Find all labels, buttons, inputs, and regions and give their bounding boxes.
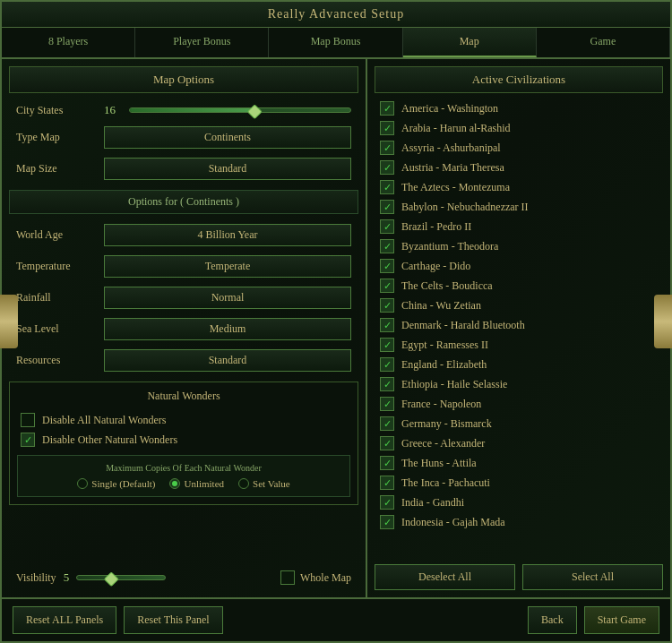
civ-name: Carthage - Dido [401, 260, 470, 273]
civ-name: India - Gandhi [401, 496, 464, 510]
civ-item: Germany - Bismarck [375, 414, 663, 433]
civ-checkbox[interactable] [380, 397, 394, 411]
civ-item: France - Napoleon [375, 394, 663, 414]
visibility-value: 5 [64, 570, 70, 585]
civ-checkbox[interactable] [380, 239, 394, 253]
title-bar: Really Advanced Setup [2, 2, 670, 28]
disable-all-label: Disable All Natural Wonders [42, 414, 166, 427]
civ-item: The Aztecs - Montezuma [375, 177, 663, 197]
map-type-label: Type Map [16, 131, 97, 144]
civ-name: Egypt - Ramesses II [401, 339, 488, 352]
civ-checkbox[interactable] [380, 357, 394, 372]
deselect-all-button[interactable]: Deselect All [375, 564, 515, 590]
world-age-dropdown[interactable]: 4 Billion Year [104, 224, 351, 246]
civ-name: Indonesia - Gajah Mada [401, 516, 505, 529]
civ-checkbox[interactable] [380, 141, 394, 155]
temperature-control: Temperate [104, 255, 351, 278]
visibility-row: Visibility 5 Whole Map [9, 565, 358, 590]
civ-checkbox[interactable] [380, 121, 394, 135]
sea-level-control: Medium [104, 318, 351, 340]
civ-item: Indonesia - Gajah Mada [375, 512, 663, 532]
disable-other-label: Disable Other Natural Wonders [42, 433, 177, 447]
whole-map-checkbox[interactable] [280, 570, 295, 585]
tab-map-bonus[interactable]: Map Bonus [269, 28, 402, 57]
radio-row: Single (Default) Unlimited Set Value [25, 478, 342, 489]
sea-level-dropdown[interactable]: Medium [104, 318, 351, 340]
visibility-thumb[interactable] [104, 571, 119, 587]
civ-item: India - Gandhi [375, 493, 663, 512]
reset-this-button[interactable]: Reset This Panel [124, 606, 222, 634]
civ-name: The Aztecs - Montezuma [401, 181, 510, 194]
rainfall-row: Rainfall Normal [9, 284, 358, 312]
world-age-label: World Age [16, 228, 97, 242]
disable-all-checkbox[interactable] [21, 413, 35, 427]
civ-checkbox[interactable] [380, 160, 394, 175]
select-all-button[interactable]: Select All [522, 564, 663, 590]
resources-row: Resources Standard [9, 347, 358, 374]
map-type-control: Continents [104, 126, 351, 149]
tab-player-bonus[interactable]: Player Bonus [135, 28, 269, 57]
map-options-header: Map Options [9, 66, 358, 93]
reset-all-button[interactable]: Reset ALL Panels [13, 606, 116, 634]
radio-single-circle[interactable] [77, 478, 88, 489]
back-button[interactable]: Back [528, 606, 577, 634]
map-size-dropdown[interactable]: Standard [104, 158, 351, 180]
sea-level-row: Sea Level Medium [9, 315, 358, 343]
rainfall-control: Normal [104, 287, 351, 309]
civ-checkbox[interactable] [380, 101, 394, 116]
civ-checkbox[interactable] [380, 338, 394, 352]
visibility-label: Visibility [16, 571, 56, 585]
civ-name: France - Napoleon [401, 398, 481, 411]
radio-single-label: Single (Default) [91, 478, 155, 489]
civ-checkbox[interactable] [380, 456, 394, 470]
civ-checkbox[interactable] [380, 515, 394, 529]
tab-game[interactable]: Game [537, 28, 670, 57]
disable-other-checkbox[interactable] [21, 433, 35, 447]
resources-dropdown[interactable]: Standard [104, 349, 351, 372]
city-states-fill [130, 108, 251, 112]
civ-checkbox[interactable] [380, 200, 394, 214]
civ-checkbox[interactable] [380, 416, 394, 431]
temperature-label: Temperature [16, 260, 97, 273]
copies-section: Maximum Copies Of Each Natural Wonder Si… [17, 455, 350, 497]
start-game-button[interactable]: Start Game [584, 606, 659, 634]
tab-8-players[interactable]: 8 Players [2, 28, 135, 57]
radio-unlimited-circle[interactable] [169, 478, 180, 489]
radio-set-label: Set Value [253, 478, 290, 489]
visibility-slider[interactable] [76, 575, 166, 580]
city-states-value: 16 [104, 103, 122, 117]
civ-checkbox[interactable] [380, 259, 394, 273]
wonders-header: Natural Wonders [17, 390, 350, 403]
wonders-section: Natural Wonders Disable All Natural Wond… [9, 382, 358, 505]
civ-item: Byzantium - Theodora [375, 236, 663, 256]
civ-name: Austria - Maria Theresa [401, 161, 504, 175]
civ-checkbox[interactable] [380, 279, 394, 293]
city-states-track[interactable] [129, 107, 351, 113]
map-type-dropdown[interactable]: Continents [104, 126, 351, 149]
radio-unlimited[interactable]: Unlimited [169, 478, 224, 489]
rainfall-dropdown[interactable]: Normal [104, 287, 351, 309]
civ-name: The Inca - Pachacuti [401, 476, 490, 490]
city-states-thumb[interactable] [247, 104, 263, 119]
radio-set-value[interactable]: Set Value [238, 478, 290, 489]
civ-name: Byzantium - Theodora [401, 240, 498, 253]
civs-list[interactable]: America - WashingtonArabia - Harun al-Ra… [375, 99, 663, 559]
civ-name: Brazil - Pedro II [401, 220, 471, 234]
tab-map[interactable]: Map [403, 28, 537, 57]
civ-checkbox[interactable] [380, 476, 394, 490]
civ-checkbox[interactable] [380, 298, 394, 313]
bottom-bar: Reset ALL Panels Reset This Panel Back S… [2, 597, 670, 641]
civ-name: America - Washington [401, 102, 498, 116]
civ-checkbox[interactable] [380, 377, 394, 391]
civ-checkbox[interactable] [380, 495, 394, 510]
civ-checkbox[interactable] [380, 219, 394, 234]
radio-single[interactable]: Single (Default) [77, 478, 155, 489]
radio-set-circle[interactable] [238, 478, 249, 489]
main-window: Really Advanced Setup 8 Players Player B… [0, 0, 672, 643]
civ-checkbox[interactable] [380, 318, 394, 332]
temperature-dropdown[interactable]: Temperate [104, 255, 351, 278]
right-panel: Active Civilizations America - Washingto… [367, 59, 670, 597]
civ-item: The Huns - Attila [375, 453, 663, 473]
civ-checkbox[interactable] [380, 436, 394, 450]
civ-checkbox[interactable] [380, 180, 394, 194]
